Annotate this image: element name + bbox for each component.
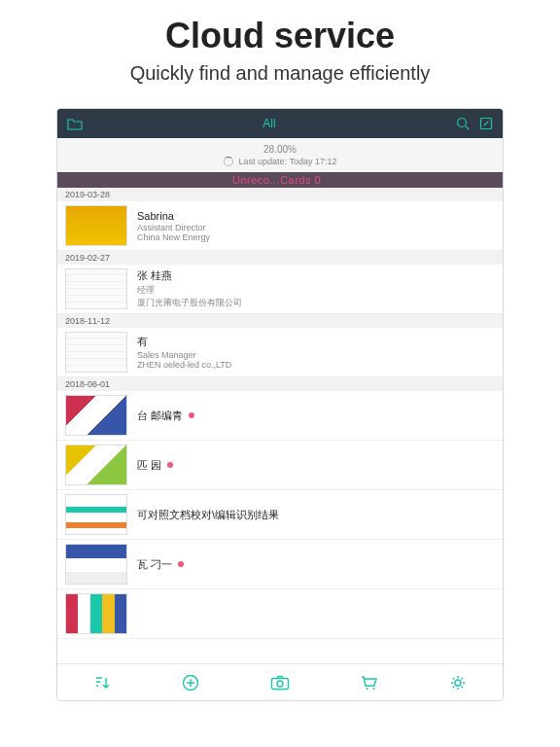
card-role: Assistant Director [137,223,495,232]
card-info: 台 邮编青 [137,409,495,423]
card-row[interactable]: 有Sales ManagerZHEN oeled-led co.,LTD [57,328,503,377]
new-dot-icon [178,561,184,567]
top-bar: All [57,109,503,138]
cart-icon[interactable] [361,675,378,691]
card-name: 匹 园 [137,458,495,473]
card-info: SabrinaAssistant DirectorChina New Energ… [137,210,495,242]
card-info: 匹 园 [137,458,495,473]
app-frame: All 28.00% Last update: Today 17:12 Unre… [56,108,504,701]
card-info: 有Sales ManagerZHEN oeled-led co.,LTD [137,335,495,370]
card-thumbnail [65,494,127,535]
card-company: ZHEN oeled-led co.,LTD [137,360,495,370]
card-thumbnail [65,205,127,246]
folder-icon[interactable] [67,117,83,130]
new-dot-icon [167,462,173,468]
card-role: 经理 [137,284,495,297]
unrecognized-bar[interactable]: Unreco...Cards 0 [57,172,503,188]
card-info: 张 桂燕经理厦门光莆电子股份有限公司 [137,268,495,309]
sort-icon[interactable] [93,675,111,691]
card-name: 台 邮编青 [137,409,495,423]
card-name: Sabrina [137,210,495,222]
promo-subtitle: Quickly find and manage efficiently [0,62,560,85]
svg-point-8 [455,680,461,686]
topbar-title[interactable]: All [83,117,456,130]
card-name: 张 桂燕 [137,268,495,283]
card-name: 有 [137,335,495,349]
card-thumbnail [65,395,127,436]
bottom-bar [57,663,503,700]
date-header: 2018-06-01 [57,377,503,391]
gear-icon[interactable] [449,674,467,692]
search-icon[interactable] [456,117,470,130]
card-info: 瓦 刁一 [137,557,495,572]
camera-icon[interactable] [270,675,290,691]
card-row[interactable]: 张 桂燕经理厦门光莆电子股份有限公司 [57,265,503,314]
card-name: 瓦 刁一 [137,557,495,572]
date-header: 2019-02-27 [57,251,503,265]
card-row[interactable]: 台 邮编青 [57,391,503,441]
card-thumbnail [65,268,127,309]
sync-status: 28.00% Last update: Today 17:12 [57,138,503,172]
card-thumbnail [65,332,127,373]
spinner-icon [224,157,233,166]
svg-point-5 [277,681,283,687]
card-list: 2019-03-28SabrinaAssistant DirectorChina… [57,188,503,663]
sync-percent: 28.00% [57,144,503,155]
card-company: 厦门光莆电子股份有限公司 [137,297,495,309]
card-name: 可对照文档校对\编辑识别结果 [137,508,495,522]
card-thumbnail [65,593,127,634]
sync-update-text: Last update: Today 17:12 [239,157,337,166]
card-row[interactable]: SabrinaAssistant DirectorChina New Energ… [57,201,503,251]
svg-line-1 [466,126,469,129]
add-icon[interactable] [182,674,199,692]
card-info: 可对照文档校对\编辑识别结果 [137,508,495,522]
card-thumbnail [65,544,127,585]
edit-icon[interactable] [479,117,493,130]
card-role: Sales Manager [137,350,495,360]
sync-update: Last update: Today 17:12 [57,157,503,166]
promo-title: Cloud service [0,16,560,56]
svg-point-0 [458,119,467,127]
svg-point-6 [367,688,368,690]
card-company: China New Energy [137,232,495,242]
card-row[interactable] [57,589,503,639]
card-row[interactable]: 瓦 刁一 [57,540,503,589]
card-row[interactable]: 匹 园 [57,441,503,490]
card-thumbnail [65,445,127,485]
date-header: 2019-03-28 [57,188,503,201]
new-dot-icon [189,412,194,418]
date-header: 2018-11-12 [57,314,503,328]
svg-point-7 [373,688,375,690]
svg-rect-4 [271,678,288,689]
card-row[interactable]: 可对照文档校对\编辑识别结果 [57,490,503,540]
